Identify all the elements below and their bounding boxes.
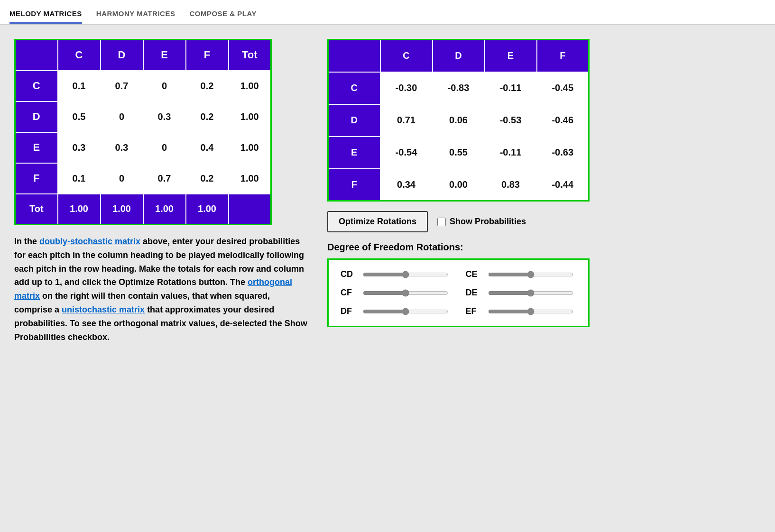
tot-col-F: 1.00 <box>186 194 229 225</box>
nav-compose-play[interactable]: COMPOSE & PLAY <box>189 9 256 24</box>
cell-E-C[interactable]: 0.3 <box>58 132 101 163</box>
ortho-row-D: D <box>328 104 380 137</box>
ortho-row-E: E <box>328 137 380 169</box>
left-matrix-table: C D E F Tot C 0.1 0.7 0 0.2 1 <box>14 39 272 225</box>
cell-D-C[interactable]: 0.5 <box>58 101 101 132</box>
row-header-E: E <box>15 132 58 163</box>
table-row: E 0.3 0.3 0 0.4 1.00 <box>15 132 271 163</box>
slider-label-CD: CD <box>341 269 357 279</box>
ortho-D-F: -0.46 <box>537 104 589 137</box>
show-probabilities-checkbox[interactable] <box>437 218 446 226</box>
tot-label: Tot <box>15 194 58 225</box>
nav-melody-matrices[interactable]: MELODY MATRICES <box>9 9 82 24</box>
description-text: In the doubly-stochastic matrix above, e… <box>14 235 308 344</box>
two-col-layout: C D E F Tot C 0.1 0.7 0 0.2 1 <box>14 39 761 344</box>
optimize-rotations-button[interactable]: Optimize Rotations <box>327 211 428 232</box>
right-matrix-table: C D E F C -0.30 -0.83 -0.11 -0.45 <box>327 39 590 202</box>
cell-D-E[interactable]: 0.3 <box>143 101 186 132</box>
cell-C-D[interactable]: 0.7 <box>101 71 143 101</box>
slider-label-DF: DF <box>341 306 357 316</box>
cell-E-D[interactable]: 0.3 <box>101 132 143 163</box>
nav-harmony-matrices[interactable]: HARMONY MATRICES <box>96 9 175 24</box>
ortho-C-F: -0.45 <box>537 72 589 104</box>
table-row-tot: Tot 1.00 1.00 1.00 1.00 <box>15 194 271 225</box>
tot-F: 1.00 <box>229 163 271 194</box>
ortho-D-E: -0.53 <box>485 104 537 137</box>
cell-D-F[interactable]: 0.2 <box>186 101 229 132</box>
slider-label-CF: CF <box>341 288 357 298</box>
col-header-C: C <box>58 40 101 71</box>
ortho-F-F: -0.44 <box>537 169 589 201</box>
slider-row-DE: DE <box>466 288 577 298</box>
tot-col-E: 1.00 <box>143 194 186 225</box>
cell-C-F[interactable]: 0.2 <box>186 71 229 101</box>
controls-row: Optimize Rotations Show Probabilities <box>327 211 590 232</box>
row-header-C: C <box>15 71 58 101</box>
tot-D: 1.00 <box>229 101 271 132</box>
slider-CE[interactable] <box>488 271 573 278</box>
cell-D-D[interactable]: 0 <box>101 101 143 132</box>
col-header-E: E <box>143 40 186 71</box>
ortho-col-D: D <box>433 40 485 72</box>
row-header-F: F <box>15 163 58 194</box>
col-header-Tot: Tot <box>229 40 271 71</box>
slider-row-EF: EF <box>466 306 577 316</box>
ortho-E-F: -0.63 <box>537 137 589 169</box>
slider-DF[interactable] <box>363 308 448 315</box>
slider-CF[interactable] <box>363 289 448 297</box>
corner-cell-top-left <box>15 40 58 71</box>
cell-C-C[interactable]: 0.1 <box>58 71 101 101</box>
right-col: C D E F C -0.30 -0.83 -0.11 -0.45 <box>327 39 590 327</box>
cell-F-C[interactable]: 0.1 <box>58 163 101 194</box>
table-row: F 0.1 0 0.7 0.2 1.00 <box>15 163 271 194</box>
ortho-row-C: C <box>328 72 380 104</box>
ortho-F-C: 0.34 <box>380 169 433 201</box>
ortho-C-C: -0.30 <box>380 72 433 104</box>
nav-bar: MELODY MATRICES HARMONY MATRICES COMPOSE… <box>0 0 775 25</box>
ortho-C-E: -0.11 <box>485 72 537 104</box>
slider-label-CE: CE <box>466 269 482 279</box>
dof-title: Degree of Freedom Rotations: <box>327 242 590 253</box>
main-content: C D E F Tot C 0.1 0.7 0 0.2 1 <box>0 25 775 532</box>
slider-label-EF: EF <box>466 306 482 316</box>
tot-E: 1.00 <box>229 132 271 163</box>
col-header-D: D <box>101 40 143 71</box>
show-prob-text: Show Probabilities <box>450 217 526 227</box>
unistochastic-matrix-link[interactable]: unistochastic matrix <box>62 305 145 314</box>
ortho-F-D: 0.00 <box>433 169 485 201</box>
ortho-row-F: F <box>328 169 380 201</box>
cell-F-F[interactable]: 0.2 <box>186 163 229 194</box>
cell-C-E[interactable]: 0 <box>143 71 186 101</box>
slider-DE[interactable] <box>488 289 573 297</box>
slider-row-DF: DF <box>341 306 452 316</box>
slider-EF[interactable] <box>488 308 573 315</box>
tot-col-C: 1.00 <box>58 194 101 225</box>
table-row: C -0.30 -0.83 -0.11 -0.45 <box>328 72 589 104</box>
tot-col-D: 1.00 <box>101 194 143 225</box>
ortho-E-C: -0.54 <box>380 137 433 169</box>
ortho-col-F: F <box>537 40 589 72</box>
dof-section: Degree of Freedom Rotations: CD CE CF <box>327 242 590 327</box>
table-row: D 0.71 0.06 -0.53 -0.46 <box>328 104 589 137</box>
table-row: C 0.1 0.7 0 0.2 1.00 <box>15 71 271 101</box>
table-row: E -0.54 0.55 -0.11 -0.63 <box>328 137 589 169</box>
ortho-D-C: 0.71 <box>380 104 433 137</box>
ortho-E-E: -0.11 <box>485 137 537 169</box>
doubly-stochastic-link[interactable]: doubly-stochastic matrix <box>39 237 140 246</box>
row-header-D: D <box>15 101 58 132</box>
col-header-F: F <box>186 40 229 71</box>
tot-C: 1.00 <box>229 71 271 101</box>
cell-F-D[interactable]: 0 <box>101 163 143 194</box>
desc-prefix: In the <box>14 237 39 246</box>
left-col: C D E F Tot C 0.1 0.7 0 0.2 1 <box>14 39 308 344</box>
cell-F-E[interactable]: 0.7 <box>143 163 186 194</box>
slider-row-CE: CE <box>466 269 577 279</box>
slider-row-CD: CD <box>341 269 452 279</box>
cell-E-F[interactable]: 0.4 <box>186 132 229 163</box>
table-row: F 0.34 0.00 0.83 -0.44 <box>328 169 589 201</box>
cell-E-E[interactable]: 0 <box>143 132 186 163</box>
slider-label-DE: DE <box>466 288 482 298</box>
slider-CD[interactable] <box>363 271 448 278</box>
tot-corner <box>229 194 271 225</box>
ortho-E-D: 0.55 <box>433 137 485 169</box>
